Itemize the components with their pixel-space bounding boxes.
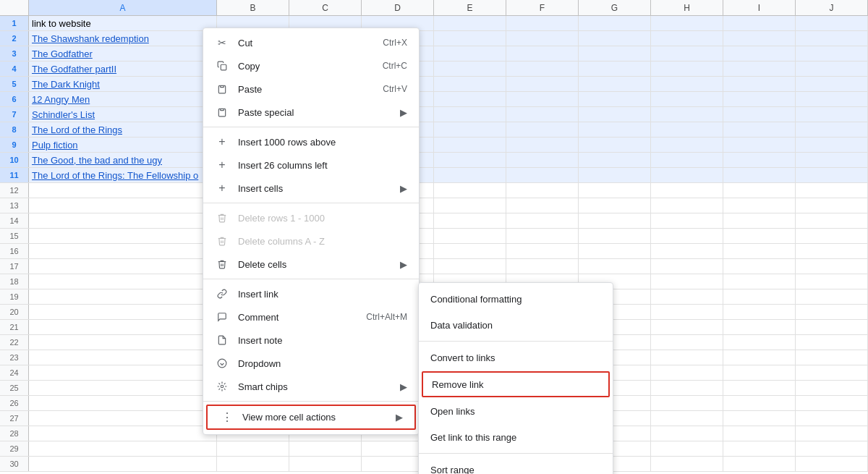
cell[interactable] xyxy=(579,137,651,152)
cell-a[interactable]: The Good, the bad and the ugy xyxy=(29,153,217,167)
cell[interactable] xyxy=(796,396,868,410)
get-link-item[interactable]: Get link to this range xyxy=(419,424,613,450)
cell[interactable] xyxy=(723,441,796,456)
col-header-d[interactable]: D xyxy=(362,0,434,15)
cell-a[interactable]: 12 Angry Men xyxy=(29,92,217,106)
cell-a[interactable] xyxy=(29,350,217,365)
cell[interactable] xyxy=(796,274,868,289)
col-header-h[interactable]: H xyxy=(651,0,723,15)
insert-cols-menu-item[interactable]: + Insert 26 columns left xyxy=(203,153,419,177)
cell[interactable] xyxy=(796,305,868,319)
cell-a[interactable]: The Lord of the Rings: The Fellowship o xyxy=(29,168,217,182)
table-row[interactable]: 7Schindler's List xyxy=(0,107,868,122)
cell[interactable] xyxy=(579,107,651,122)
cell[interactable] xyxy=(579,259,651,274)
table-row[interactable]: 3The Godfather xyxy=(0,46,868,62)
cell[interactable] xyxy=(579,46,651,61)
cell[interactable] xyxy=(651,31,723,46)
table-row[interactable]: 1link to website xyxy=(0,16,868,31)
cell[interactable] xyxy=(723,335,796,350)
cell[interactable] xyxy=(289,457,362,471)
cell[interactable] xyxy=(796,198,868,213)
cell-a[interactable] xyxy=(29,305,217,319)
cell[interactable] xyxy=(723,77,796,91)
cell[interactable] xyxy=(579,122,651,137)
insert-rows-menu-item[interactable]: + Insert 1000 rows above xyxy=(203,130,419,153)
cell-a[interactable]: The Godfather xyxy=(29,46,217,61)
table-row[interactable]: 12 xyxy=(0,183,868,198)
cell[interactable] xyxy=(723,274,796,289)
cell[interactable] xyxy=(506,168,579,182)
cell[interactable] xyxy=(723,62,796,76)
cell[interactable] xyxy=(579,153,651,167)
col-header-e[interactable]: E xyxy=(434,0,506,15)
cell[interactable] xyxy=(796,244,868,258)
cell-a[interactable]: link to website xyxy=(29,16,217,30)
cell[interactable] xyxy=(506,107,579,122)
cell[interactable] xyxy=(796,229,868,243)
cell[interactable] xyxy=(796,350,868,365)
cell[interactable] xyxy=(579,229,651,243)
cell[interactable] xyxy=(796,213,868,228)
cell[interactable] xyxy=(796,62,868,76)
cell[interactable] xyxy=(796,92,868,106)
cell-a[interactable]: Pulp fiction xyxy=(29,137,217,152)
cell[interactable] xyxy=(651,274,723,289)
cell[interactable] xyxy=(434,168,506,182)
cell[interactable] xyxy=(506,153,579,167)
cell[interactable] xyxy=(723,92,796,106)
col-header-f[interactable]: F xyxy=(506,0,579,15)
cell-a[interactable]: The Dark Knight xyxy=(29,77,217,91)
cell[interactable] xyxy=(723,381,796,395)
cell[interactable] xyxy=(651,426,723,441)
cell[interactable] xyxy=(723,457,796,471)
cell[interactable] xyxy=(217,457,289,471)
cell[interactable] xyxy=(434,46,506,61)
cell-a[interactable] xyxy=(29,198,217,213)
delete-rows-menu-item[interactable]: Delete rows 1 - 1000 xyxy=(203,206,419,229)
cell[interactable] xyxy=(506,137,579,152)
cell[interactable] xyxy=(579,198,651,213)
table-row[interactable]: 5The Dark Knight xyxy=(0,77,868,92)
cell[interactable] xyxy=(723,46,796,61)
cell[interactable] xyxy=(723,259,796,274)
cell[interactable] xyxy=(506,16,579,30)
cell[interactable] xyxy=(796,289,868,304)
cell[interactable] xyxy=(651,92,723,106)
insert-cells-menu-item[interactable]: + Insert cells ▶ xyxy=(203,177,419,200)
cell-a[interactable] xyxy=(29,365,217,380)
cell[interactable] xyxy=(723,396,796,410)
cell[interactable] xyxy=(651,457,723,471)
cell[interactable] xyxy=(651,365,723,380)
cell-a[interactable]: The Godfather partII xyxy=(29,62,217,76)
cell[interactable] xyxy=(723,320,796,334)
cell[interactable] xyxy=(506,92,579,106)
table-row[interactable]: 17 xyxy=(0,259,868,274)
cell-a[interactable] xyxy=(29,396,217,410)
insert-note-menu-item[interactable]: Insert note xyxy=(203,329,419,352)
cell[interactable] xyxy=(579,92,651,106)
cell[interactable] xyxy=(579,16,651,30)
cell[interactable] xyxy=(796,457,868,471)
cell-a[interactable] xyxy=(29,244,217,258)
cell-a[interactable] xyxy=(29,426,217,441)
col-header-a[interactable]: A xyxy=(29,0,217,15)
cell[interactable] xyxy=(434,137,506,152)
cell[interactable] xyxy=(434,259,506,274)
cell[interactable] xyxy=(796,31,868,46)
open-links-item[interactable]: Open links xyxy=(419,398,613,424)
cell[interactable] xyxy=(651,137,723,152)
cell[interactable] xyxy=(506,244,579,258)
cut-menu-item[interactable]: ✂ Cut Ctrl+X xyxy=(203,31,419,54)
cell-a[interactable] xyxy=(29,457,217,471)
convert-to-links-item[interactable]: Convert to links xyxy=(419,344,613,371)
cell[interactable] xyxy=(434,213,506,228)
col-header-c[interactable]: C xyxy=(289,0,362,15)
cell[interactable] xyxy=(506,46,579,61)
cell[interactable] xyxy=(651,350,723,365)
cell[interactable] xyxy=(723,213,796,228)
cell-a[interactable] xyxy=(29,289,217,304)
cell[interactable] xyxy=(651,62,723,76)
cell[interactable] xyxy=(506,229,579,243)
cell-a[interactable] xyxy=(29,213,217,228)
